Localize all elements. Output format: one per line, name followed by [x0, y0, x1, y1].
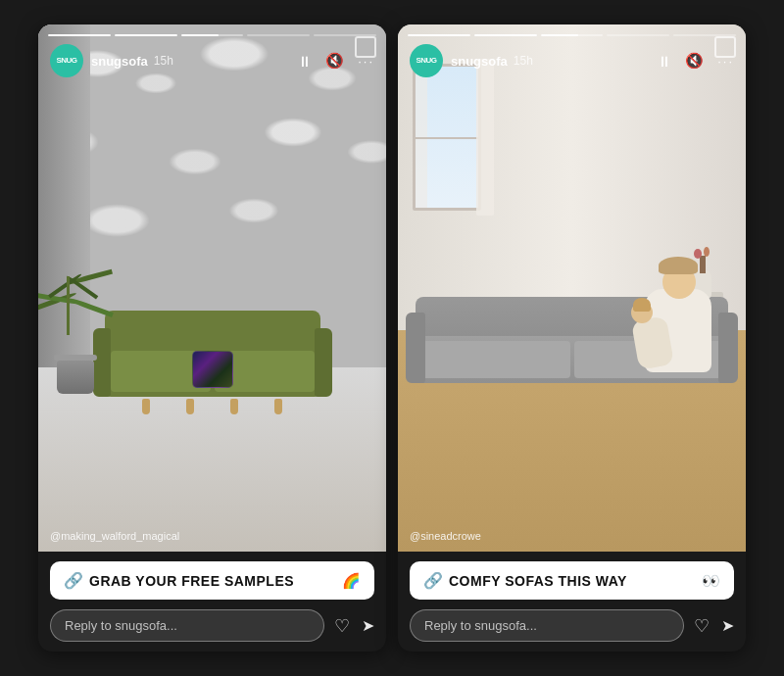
- progress-bar: [408, 34, 470, 36]
- stories-container: SNUG snugsofa 15h ⏸ 🔇 ···: [19, 5, 765, 671]
- reply-icons-2: ♡ ➤: [694, 615, 734, 637]
- progress-bar: [48, 34, 111, 36]
- reply-row-1: Reply to snugsofa... ♡ ➤: [50, 609, 374, 642]
- story-username-tag-2: @sineadcrowe: [410, 530, 481, 542]
- mute-icon-2[interactable]: 🔇: [685, 52, 704, 70]
- avatar-text-2: SNUG: [416, 57, 436, 66]
- person-silhouette: [645, 289, 711, 372]
- heart-icon-2[interactable]: ♡: [694, 615, 710, 637]
- more-icon-2[interactable]: ···: [717, 54, 734, 69]
- story-card-2: SNUG snugsofa 15h ⏸ 🔇 ···: [398, 24, 746, 652]
- cta-text-1: GRAB YOUR FREE SAMPLES: [89, 573, 294, 589]
- cta-button-2[interactable]: 🔗 COMFY SOFAS THIS WAY 👀: [410, 561, 734, 600]
- story1-background: @making_walford_magical: [38, 24, 386, 552]
- header-user-row-1: snugsofa 15h: [91, 54, 173, 69]
- progress-bars-1: [48, 34, 376, 36]
- progress-bar: [673, 34, 736, 36]
- story-header-2: SNUG snugsofa 15h ⏸ 🔇 ···: [410, 44, 734, 77]
- cta-emoji-2: 👀: [702, 572, 720, 590]
- story-image-1: @making_walford_magical: [38, 24, 386, 552]
- heart-icon-1[interactable]: ♡: [334, 615, 350, 637]
- progress-bars-2: [408, 34, 736, 36]
- send-icon-2[interactable]: ➤: [721, 616, 734, 635]
- send-icon-1[interactable]: ➤: [362, 616, 374, 635]
- reply-input-1[interactable]: Reply to snugsofa...: [50, 609, 324, 642]
- reply-row-2: Reply to snugsofa... ♡ ➤: [410, 609, 734, 642]
- header-controls-2: ⏸ 🔇 ···: [657, 52, 734, 70]
- cta-emoji-1: 🌈: [342, 572, 361, 590]
- link-icon-1: 🔗: [64, 571, 83, 590]
- header-controls-1: ⏸ 🔇 ···: [297, 52, 374, 70]
- window: [413, 64, 481, 211]
- pause-icon-1[interactable]: ⏸: [297, 53, 312, 70]
- reply-icons-1: ♡ ➤: [334, 615, 374, 637]
- progress-bar: [181, 34, 244, 36]
- curtain: [476, 59, 494, 216]
- story-header-1: SNUG snugsofa 15h ⏸ 🔇 ···: [50, 44, 374, 77]
- avatar-1[interactable]: SNUG: [50, 44, 83, 77]
- time-1: 15h: [154, 54, 173, 68]
- story2-background: @sineadcrowe: [398, 24, 746, 552]
- cta-text-2: COMFY SOFAS THIS WAY: [449, 573, 627, 589]
- mute-icon-1[interactable]: 🔇: [325, 52, 344, 70]
- story-footer-1: 🔗 GRAB YOUR FREE SAMPLES 🌈 Reply to snug…: [38, 552, 386, 652]
- story-username-tag-1: @making_walford_magical: [50, 530, 179, 542]
- avatar-text-1: SNUG: [56, 57, 76, 66]
- pause-icon-2[interactable]: ⏸: [657, 53, 671, 70]
- reply-placeholder-2: Reply to snugsofa...: [424, 618, 537, 633]
- more-icon-1[interactable]: ···: [358, 54, 374, 69]
- header-user-row-2: snugsofa 15h: [451, 54, 533, 69]
- reply-placeholder-1: Reply to snugsofa...: [65, 618, 177, 633]
- story-image-2: @sineadcrowe: [398, 24, 746, 552]
- time-2: 15h: [514, 54, 533, 68]
- story-card-1: SNUG snugsofa 15h ⏸ 🔇 ···: [38, 24, 386, 652]
- username-1: snugsofa: [91, 54, 148, 69]
- progress-bar: [474, 34, 537, 36]
- avatar-2[interactable]: SNUG: [410, 44, 443, 77]
- username-2: snugsofa: [451, 54, 508, 69]
- progress-bar: [607, 34, 669, 36]
- sofa-1: [105, 311, 320, 414]
- link-icon-2: 🔗: [423, 571, 443, 590]
- cta-button-1[interactable]: 🔗 GRAB YOUR FREE SAMPLES 🌈: [50, 561, 374, 600]
- progress-bar: [247, 34, 310, 36]
- progress-bar: [541, 34, 604, 36]
- progress-bar: [314, 34, 376, 36]
- progress-bar: [115, 34, 177, 36]
- reply-input-2[interactable]: Reply to snugsofa...: [410, 609, 684, 642]
- story-footer-2: 🔗 COMFY SOFAS THIS WAY 👀 Reply to snugso…: [398, 552, 746, 652]
